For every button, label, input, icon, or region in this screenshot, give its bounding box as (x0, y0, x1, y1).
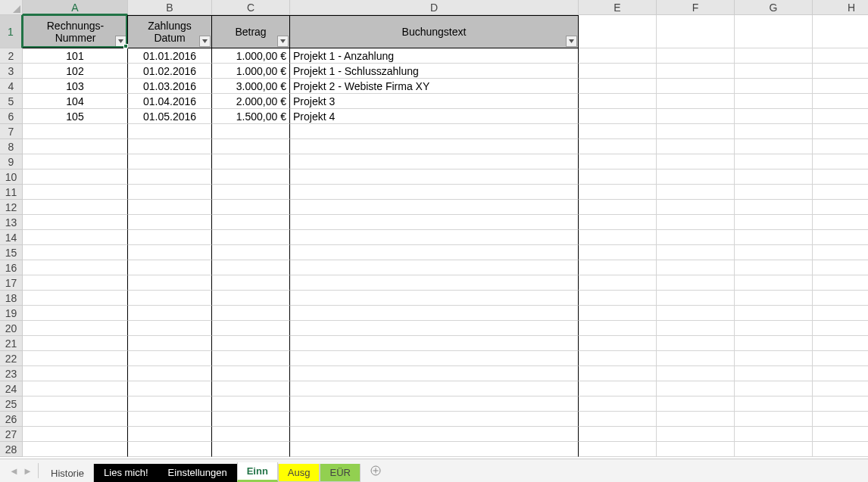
cell-B22[interactable] (128, 351, 212, 366)
cell-B20[interactable] (128, 321, 212, 336)
col-head-C[interactable]: C (212, 0, 290, 15)
cell-G19[interactable] (735, 306, 813, 321)
row-head-24[interactable]: 24 (0, 381, 23, 396)
cell-G6[interactable] (735, 109, 813, 124)
cell-F27[interactable] (657, 427, 735, 442)
cell-E13[interactable] (579, 215, 657, 230)
cell-A28[interactable] (23, 442, 128, 457)
cell-H11[interactable] (813, 185, 868, 200)
cell-E1[interactable] (579, 15, 657, 48)
cell-H6[interactable] (813, 109, 868, 124)
cell-H4[interactable] (813, 79, 868, 94)
cell-C19[interactable] (212, 306, 290, 321)
row-head-3[interactable]: 3 (0, 64, 23, 79)
cell-A8[interactable] (23, 139, 128, 154)
cell-H5[interactable] (813, 94, 868, 109)
cell-E14[interactable] (579, 230, 657, 245)
cell-A4[interactable]: 103 (23, 79, 128, 94)
cell-A23[interactable] (23, 366, 128, 381)
sheet-tab-historie[interactable]: Historie (42, 464, 94, 482)
cell-G5[interactable] (735, 94, 813, 109)
cell-C26[interactable] (212, 412, 290, 427)
cell-D2[interactable]: Projekt 1 - Anzahlung (290, 48, 579, 64)
filter-button-D[interactable] (566, 36, 577, 47)
cell-D24[interactable] (290, 381, 579, 396)
tab-nav-arrows[interactable]: ◄ ► (0, 465, 38, 477)
cell-B9[interactable] (128, 154, 212, 169)
cell-H14[interactable] (813, 230, 868, 245)
cell-C22[interactable] (212, 351, 290, 366)
cell-C6[interactable]: 1.500,00 € (212, 109, 290, 124)
cell-H10[interactable] (813, 169, 868, 185)
cell-E20[interactable] (579, 321, 657, 336)
cell-G27[interactable] (735, 427, 813, 442)
cell-F28[interactable] (657, 442, 735, 457)
cell-C27[interactable] (212, 427, 290, 442)
cell-F5[interactable] (657, 94, 735, 109)
row-head-7[interactable]: 7 (0, 124, 23, 139)
cell-D15[interactable] (290, 245, 579, 260)
cell-H25[interactable] (813, 396, 868, 412)
cell-H13[interactable] (813, 215, 868, 230)
cell-D14[interactable] (290, 230, 579, 245)
cell-D20[interactable] (290, 321, 579, 336)
cell-E11[interactable] (579, 185, 657, 200)
cell-A25[interactable] (23, 396, 128, 412)
cell-G20[interactable] (735, 321, 813, 336)
cell-C28[interactable] (212, 442, 290, 457)
cell-G18[interactable] (735, 291, 813, 306)
cell-C2[interactable]: 1.000,00 € (212, 48, 290, 64)
filter-button-C[interactable] (277, 36, 289, 47)
sheet-tab-ausg[interactable]: Ausg (278, 464, 320, 482)
cell-A9[interactable] (23, 154, 128, 169)
cell-C15[interactable] (212, 245, 290, 260)
cell-B27[interactable] (128, 427, 212, 442)
cell-G2[interactable] (735, 48, 813, 64)
cell-E6[interactable] (579, 109, 657, 124)
cell-A21[interactable] (23, 336, 128, 351)
row-head-2[interactable]: 2 (0, 48, 23, 64)
cell-B16[interactable] (128, 260, 212, 275)
cell-E19[interactable] (579, 306, 657, 321)
row-head-28[interactable]: 28 (0, 442, 23, 457)
cell-C25[interactable] (212, 396, 290, 412)
cell-D28[interactable] (290, 442, 579, 457)
cell-D3[interactable]: Projekt 1 - Schlusszahlung (290, 64, 579, 79)
cell-D5[interactable]: Projekt 3 (290, 94, 579, 109)
col-head-G[interactable]: G (735, 0, 813, 15)
cell-E2[interactable] (579, 48, 657, 64)
cell-B8[interactable] (128, 139, 212, 154)
cell-F10[interactable] (657, 169, 735, 185)
cell-C16[interactable] (212, 260, 290, 275)
cell-C23[interactable] (212, 366, 290, 381)
row-head-16[interactable]: 16 (0, 260, 23, 275)
cell-A16[interactable] (23, 260, 128, 275)
row-head-21[interactable]: 21 (0, 336, 23, 351)
cell-F2[interactable] (657, 48, 735, 64)
cell-B14[interactable] (128, 230, 212, 245)
row-head-12[interactable]: 12 (0, 200, 23, 215)
row-head-10[interactable]: 10 (0, 169, 23, 185)
row-head-17[interactable]: 17 (0, 275, 23, 291)
cell-D13[interactable] (290, 215, 579, 230)
cell-G1[interactable] (735, 15, 813, 48)
cell-A22[interactable] (23, 351, 128, 366)
cell-A17[interactable] (23, 275, 128, 291)
cell-B21[interactable] (128, 336, 212, 351)
row-head-4[interactable]: 4 (0, 79, 23, 94)
cell-E4[interactable] (579, 79, 657, 94)
cell-G17[interactable] (735, 275, 813, 291)
cell-D25[interactable] (290, 396, 579, 412)
cell-B7[interactable] (128, 124, 212, 139)
cell-B17[interactable] (128, 275, 212, 291)
cell-D7[interactable] (290, 124, 579, 139)
cell-H23[interactable] (813, 366, 868, 381)
cell-G24[interactable] (735, 381, 813, 396)
cell-E27[interactable] (579, 427, 657, 442)
cell-A24[interactable] (23, 381, 128, 396)
cell-H8[interactable] (813, 139, 868, 154)
cell-H16[interactable] (813, 260, 868, 275)
cell-E8[interactable] (579, 139, 657, 154)
row-head-1[interactable]: 1 (0, 15, 23, 48)
cell-A2[interactable]: 101 (23, 48, 128, 64)
